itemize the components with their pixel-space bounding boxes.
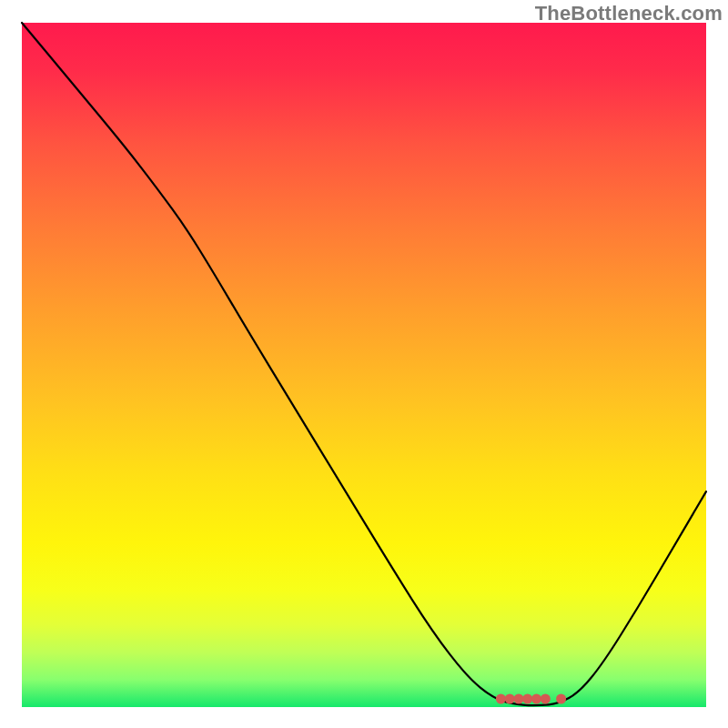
heatmap-background <box>22 23 706 707</box>
marker-point <box>496 694 506 704</box>
marker-point <box>541 694 551 704</box>
marker-point <box>522 694 532 704</box>
marker-point <box>514 694 524 704</box>
marker-point <box>505 694 515 704</box>
marker-point <box>531 694 541 704</box>
chart-svg <box>0 0 728 728</box>
marker-point <box>556 694 566 704</box>
chart-container: { "watermark": "TheBottleneck.com", "plo… <box>0 0 728 728</box>
